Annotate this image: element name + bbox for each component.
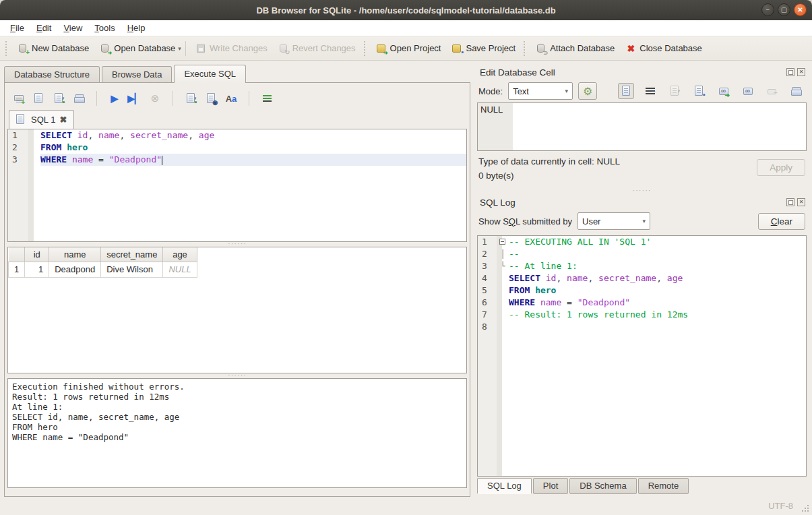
new-sql-tab-icon[interactable]: + [11, 92, 25, 105]
apply-format-button[interactable]: ⚙ [578, 82, 597, 100]
title-bar: DB Browser for SQLite - /home/user/code/… [0, 0, 812, 20]
tab-browse-data[interactable]: Browse Data [102, 66, 172, 83]
menu-tools[interactable]: Tools [88, 22, 121, 34]
minimize-button[interactable]: − [761, 3, 774, 16]
close-panel-icon[interactable]: ✕ [797, 68, 805, 76]
dock-tab-sql-log[interactable]: SQL Log [477, 478, 532, 494]
sql-log-panel-title: SQL Log [480, 198, 784, 208]
right-pane: Edit Database Cell ✕ Mode: Text ▾ ⚙ ▾ ▪ … [472, 61, 812, 497]
new-database-button[interactable]: + New Database [12, 40, 94, 57]
encoding-indicator[interactable]: UTF-8 [768, 501, 793, 511]
menu-view[interactable]: View [57, 22, 88, 34]
menu-help[interactable]: Help [121, 22, 152, 34]
tab-execute-sql[interactable]: Execute SQL [174, 65, 246, 83]
autocomplete-icon[interactable]: Aa [224, 92, 238, 105]
cell-log-splitter[interactable] [477, 189, 807, 193]
open-database-button[interactable]: ➜ Open Database [94, 40, 181, 57]
float-panel-icon[interactable] [786, 198, 794, 206]
save-sql-file-icon[interactable]: ▪▾ [52, 92, 65, 105]
open-sql-file-icon[interactable] [32, 92, 45, 105]
submitted-by-select[interactable]: User ▾ [577, 212, 650, 230]
close-database-icon: ✖ [625, 43, 636, 54]
filter-label: Show SQL submitted by [478, 216, 572, 226]
execution-message: Execution finished without errors. Resul… [7, 378, 467, 488]
set-null-icon [763, 83, 780, 99]
format-sql-icon[interactable] [260, 92, 274, 105]
revert-changes-icon: ↻ [278, 43, 289, 54]
print-icon[interactable] [72, 92, 86, 105]
toolbar-drag-handle[interactable] [5, 41, 9, 56]
attach-database-button[interactable]: ⊃ Attach Database [530, 40, 620, 57]
toolbar-drag-handle[interactable] [364, 41, 368, 56]
column-header-name[interactable]: name [49, 247, 101, 262]
close-database-button[interactable]: ✖ Close Database [620, 40, 708, 57]
results-header-row: id name secret_name age [9, 247, 197, 262]
column-header-secret-name[interactable]: secret_name [101, 247, 163, 262]
save-project-icon: ▪ [451, 43, 462, 54]
find-icon[interactable]: ◉ [204, 92, 218, 105]
edit-cell-panel-title: Edit Database Cell [480, 67, 784, 78]
maximize-button[interactable]: ▢ [778, 3, 790, 16]
editor-results-splitter[interactable] [7, 242, 467, 247]
sql-tab-close-icon[interactable]: ✖ [59, 115, 67, 125]
execute-all-icon[interactable]: ▶ [108, 92, 121, 105]
menu-file[interactable]: File [4, 22, 30, 34]
print-cell-icon[interactable] [788, 83, 804, 99]
results-grid: id name secret_name age 1 1 Deadpond Div… [7, 247, 467, 373]
cell-secret-name[interactable]: Dive Wilson [101, 262, 163, 277]
main-tab-bar: Database Structure Browse Data Execute S… [4, 65, 470, 83]
sql-editor[interactable]: 1SELECT id, name, secret_name, age2FROM … [7, 129, 467, 242]
toolbar-drag-handle[interactable] [524, 41, 528, 56]
save-project-button[interactable]: ▪ Save Project [446, 40, 521, 57]
edit-cell-panel-header: Edit Database Cell ✕ [477, 63, 807, 80]
execute-current-line-icon[interactable]: ▶▏ [128, 92, 142, 105]
results-message-splitter[interactable] [7, 373, 467, 378]
write-changes-button: Write Changes [190, 40, 273, 57]
app-window: DB Browser for SQLite - /home/user/code/… [0, 0, 812, 515]
dock-tab-plot[interactable]: Plot [533, 478, 568, 494]
resize-grip[interactable] [801, 504, 809, 512]
results-corner [9, 247, 25, 262]
import-cell-icon[interactable]: ▪ [691, 83, 707, 99]
export-cell-icon[interactable]: ➜ [715, 83, 731, 99]
save-cell-icon: ▾ [666, 83, 683, 99]
cell-age[interactable]: NULL [163, 262, 197, 277]
table-row: 1 1 Deadpond Dive Wilson NULL [9, 262, 197, 277]
row-header[interactable]: 1 [9, 262, 25, 277]
minimize-icon: − [766, 6, 770, 13]
open-url-icon[interactable] [739, 83, 755, 99]
window-title: DB Browser for SQLite - /home/user/code/… [0, 5, 812, 16]
open-project-button[interactable]: ➜ Open Project [371, 40, 447, 57]
close-panel-icon[interactable]: ✕ [797, 198, 805, 206]
clear-button[interactable]: Clear [758, 213, 805, 230]
float-panel-icon[interactable] [786, 68, 794, 76]
menu-edit[interactable]: Edit [30, 22, 57, 34]
dock-tab-remote[interactable]: Remote [638, 478, 689, 494]
new-database-icon: + [18, 43, 28, 54]
menu-bar: File Edit View Tools Help [0, 20, 812, 36]
cell-name[interactable]: Deadpond [49, 262, 101, 277]
sql-log-controls: Show SQL submitted by User ▾ Clear [477, 210, 807, 235]
stop-icon: ⊗ [148, 92, 162, 105]
dock-tab-db-schema[interactable]: DB Schema [569, 478, 636, 494]
mode-select[interactable]: Text ▾ [508, 82, 573, 100]
sql-doc-tab[interactable]: SQL 1 ✖ [9, 110, 74, 129]
tab-database-structure[interactable]: Database Structure [4, 66, 100, 83]
main-toolbar: + New Database ➜ Open Database ▾ Write C… [0, 36, 812, 61]
export-results-icon[interactable]: ▪▾ [184, 92, 197, 105]
edit-cell-toolbar: Mode: Text ▾ ⚙ ▾ ▪ ➜ [477, 80, 807, 102]
text-mode-icon[interactable] [618, 83, 634, 99]
dock-tab-bar: SQL Log Plot DB Schema Remote [477, 477, 807, 497]
cell-size-info: 0 byte(s) [478, 171, 757, 181]
word-wrap-icon[interactable] [642, 83, 658, 99]
sql-doc-tab-label: SQL 1 [31, 115, 55, 125]
column-header-age[interactable]: age [163, 247, 197, 262]
open-database-dropdown-icon[interactable]: ▾ [178, 45, 181, 52]
revert-changes-button: ↻ Revert Changes [273, 40, 361, 57]
close-button[interactable]: ✕ [794, 3, 807, 16]
cell-id[interactable]: 1 [25, 262, 49, 277]
column-header-id[interactable]: id [25, 247, 49, 262]
sql-log-view[interactable]: 1-- EXECUTING ALL IN 'SQL 1'2│--3└-- At … [477, 235, 807, 477]
chevron-down-icon: ▾ [642, 218, 646, 224]
cell-editor[interactable]: NULL [477, 102, 807, 151]
